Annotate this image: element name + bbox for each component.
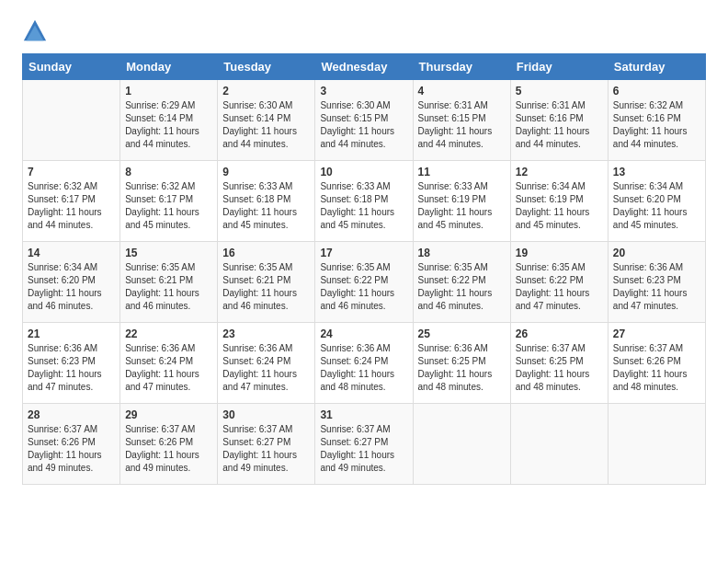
calendar-cell: 24Sunrise: 6:36 AMSunset: 6:24 PMDayligh…	[315, 323, 413, 404]
day-number: 4	[418, 85, 506, 98]
day-number: 27	[613, 327, 700, 340]
calendar-week-row: 21Sunrise: 6:36 AMSunset: 6:23 PMDayligh…	[23, 323, 706, 404]
calendar-cell	[413, 404, 510, 485]
day-number: 15	[125, 247, 212, 259]
calendar-cell: 10Sunrise: 6:33 AMSunset: 6:18 PMDayligh…	[315, 161, 413, 242]
day-number: 25	[418, 327, 506, 340]
day-detail: Sunrise: 6:37 AMSunset: 6:27 PMDaylight:…	[222, 423, 310, 475]
header-friday: Friday	[510, 54, 608, 80]
header-wednesday: Wednesday	[315, 54, 413, 80]
day-number: 21	[28, 327, 115, 340]
calendar-cell: 20Sunrise: 6:36 AMSunset: 6:23 PMDayligh…	[608, 242, 705, 323]
day-number: 26	[516, 327, 603, 340]
calendar-cell: 29Sunrise: 6:37 AMSunset: 6:26 PMDayligh…	[120, 404, 218, 485]
page-header	[22, 18, 706, 44]
calendar-cell: 1Sunrise: 6:29 AMSunset: 6:14 PMDaylight…	[120, 80, 218, 161]
calendar-cell: 28Sunrise: 6:37 AMSunset: 6:26 PMDayligh…	[23, 404, 120, 485]
day-detail: Sunrise: 6:34 AMSunset: 6:20 PMDaylight:…	[613, 180, 700, 232]
calendar-cell	[510, 404, 608, 485]
day-number: 22	[125, 327, 212, 340]
day-detail: Sunrise: 6:34 AMSunset: 6:20 PMDaylight:…	[28, 261, 115, 313]
calendar-cell: 19Sunrise: 6:35 AMSunset: 6:22 PMDayligh…	[510, 242, 608, 323]
calendar-cell: 25Sunrise: 6:36 AMSunset: 6:25 PMDayligh…	[413, 323, 510, 404]
day-detail: Sunrise: 6:36 AMSunset: 6:25 PMDaylight:…	[418, 342, 506, 394]
day-detail: Sunrise: 6:35 AMSunset: 6:21 PMDaylight:…	[125, 261, 212, 313]
day-detail: Sunrise: 6:37 AMSunset: 6:26 PMDaylight:…	[125, 423, 212, 475]
day-number: 29	[125, 408, 212, 421]
day-detail: Sunrise: 6:31 AMSunset: 6:16 PMDaylight:…	[516, 99, 603, 151]
day-detail: Sunrise: 6:35 AMSunset: 6:22 PMDaylight:…	[418, 261, 506, 313]
calendar-table: SundayMondayTuesdayWednesdayThursdayFrid…	[22, 53, 706, 485]
day-detail: Sunrise: 6:37 AMSunset: 6:25 PMDaylight:…	[516, 342, 603, 394]
calendar-cell: 23Sunrise: 6:36 AMSunset: 6:24 PMDayligh…	[218, 323, 315, 404]
day-number: 28	[28, 408, 115, 421]
calendar-cell: 2Sunrise: 6:30 AMSunset: 6:14 PMDaylight…	[218, 80, 315, 161]
day-number: 2	[222, 85, 310, 98]
calendar-week-row: 1Sunrise: 6:29 AMSunset: 6:14 PMDaylight…	[23, 80, 706, 161]
day-detail: Sunrise: 6:37 AMSunset: 6:27 PMDaylight:…	[320, 423, 407, 475]
day-number: 6	[613, 85, 700, 98]
day-detail: Sunrise: 6:32 AMSunset: 6:17 PMDaylight:…	[28, 180, 115, 232]
day-number: 13	[613, 166, 700, 178]
header-tuesday: Tuesday	[218, 54, 315, 80]
calendar-cell: 16Sunrise: 6:35 AMSunset: 6:21 PMDayligh…	[218, 242, 315, 323]
calendar-week-row: 28Sunrise: 6:37 AMSunset: 6:26 PMDayligh…	[23, 404, 706, 485]
day-number: 23	[222, 327, 310, 340]
calendar-cell: 3Sunrise: 6:30 AMSunset: 6:15 PMDaylight…	[315, 80, 413, 161]
day-detail: Sunrise: 6:31 AMSunset: 6:15 PMDaylight:…	[418, 99, 506, 151]
day-detail: Sunrise: 6:37 AMSunset: 6:26 PMDaylight:…	[28, 423, 115, 475]
day-detail: Sunrise: 6:36 AMSunset: 6:23 PMDaylight:…	[613, 261, 700, 313]
calendar-cell: 21Sunrise: 6:36 AMSunset: 6:23 PMDayligh…	[23, 323, 120, 404]
day-number: 14	[28, 247, 115, 259]
day-number: 10	[320, 166, 407, 178]
day-detail: Sunrise: 6:33 AMSunset: 6:18 PMDaylight:…	[320, 180, 407, 232]
day-number: 20	[613, 247, 700, 259]
day-detail: Sunrise: 6:30 AMSunset: 6:15 PMDaylight:…	[320, 99, 407, 151]
calendar-cell: 26Sunrise: 6:37 AMSunset: 6:25 PMDayligh…	[510, 323, 608, 404]
day-number: 17	[320, 247, 407, 259]
day-number: 30	[222, 408, 310, 421]
calendar-cell: 6Sunrise: 6:32 AMSunset: 6:16 PMDaylight…	[608, 80, 705, 161]
day-number: 16	[222, 247, 310, 259]
day-detail: Sunrise: 6:33 AMSunset: 6:18 PMDaylight:…	[222, 180, 310, 232]
calendar-cell: 15Sunrise: 6:35 AMSunset: 6:21 PMDayligh…	[120, 242, 218, 323]
calendar-cell: 9Sunrise: 6:33 AMSunset: 6:18 PMDaylight…	[218, 161, 315, 242]
calendar-week-row: 14Sunrise: 6:34 AMSunset: 6:20 PMDayligh…	[23, 242, 706, 323]
day-number: 5	[516, 85, 603, 98]
day-number: 7	[28, 166, 115, 178]
day-detail: Sunrise: 6:36 AMSunset: 6:24 PMDaylight:…	[320, 342, 407, 394]
header-sunday: Sunday	[23, 54, 120, 80]
calendar-cell: 22Sunrise: 6:36 AMSunset: 6:24 PMDayligh…	[120, 323, 218, 404]
calendar-cell: 14Sunrise: 6:34 AMSunset: 6:20 PMDayligh…	[23, 242, 120, 323]
header-thursday: Thursday	[413, 54, 510, 80]
day-detail: Sunrise: 6:36 AMSunset: 6:24 PMDaylight:…	[222, 342, 310, 394]
calendar-cell: 5Sunrise: 6:31 AMSunset: 6:16 PMDaylight…	[510, 80, 608, 161]
day-number: 1	[125, 85, 212, 98]
calendar-cell: 30Sunrise: 6:37 AMSunset: 6:27 PMDayligh…	[218, 404, 315, 485]
day-detail: Sunrise: 6:37 AMSunset: 6:26 PMDaylight:…	[613, 342, 700, 394]
calendar-week-row: 7Sunrise: 6:32 AMSunset: 6:17 PMDaylight…	[23, 161, 706, 242]
logo	[22, 18, 51, 44]
day-detail: Sunrise: 6:32 AMSunset: 6:17 PMDaylight:…	[125, 180, 212, 232]
day-number: 24	[320, 327, 407, 340]
day-number: 19	[516, 247, 603, 259]
day-detail: Sunrise: 6:35 AMSunset: 6:22 PMDaylight:…	[320, 261, 407, 313]
day-detail: Sunrise: 6:32 AMSunset: 6:16 PMDaylight:…	[613, 99, 700, 151]
calendar-cell: 13Sunrise: 6:34 AMSunset: 6:20 PMDayligh…	[608, 161, 705, 242]
calendar-cell: 7Sunrise: 6:32 AMSunset: 6:17 PMDaylight…	[23, 161, 120, 242]
day-number: 31	[320, 408, 407, 421]
day-detail: Sunrise: 6:35 AMSunset: 6:21 PMDaylight:…	[222, 261, 310, 313]
day-number: 11	[418, 166, 506, 178]
calendar-cell: 18Sunrise: 6:35 AMSunset: 6:22 PMDayligh…	[413, 242, 510, 323]
day-detail: Sunrise: 6:35 AMSunset: 6:22 PMDaylight:…	[516, 261, 603, 313]
calendar-cell: 11Sunrise: 6:33 AMSunset: 6:19 PMDayligh…	[413, 161, 510, 242]
logo-icon	[22, 18, 48, 44]
day-number: 12	[516, 166, 603, 178]
calendar-header-row: SundayMondayTuesdayWednesdayThursdayFrid…	[23, 54, 706, 80]
calendar-cell: 17Sunrise: 6:35 AMSunset: 6:22 PMDayligh…	[315, 242, 413, 323]
header-monday: Monday	[120, 54, 218, 80]
header-saturday: Saturday	[608, 54, 705, 80]
day-number: 18	[418, 247, 506, 259]
day-number: 9	[222, 166, 310, 178]
calendar-cell: 8Sunrise: 6:32 AMSunset: 6:17 PMDaylight…	[120, 161, 218, 242]
